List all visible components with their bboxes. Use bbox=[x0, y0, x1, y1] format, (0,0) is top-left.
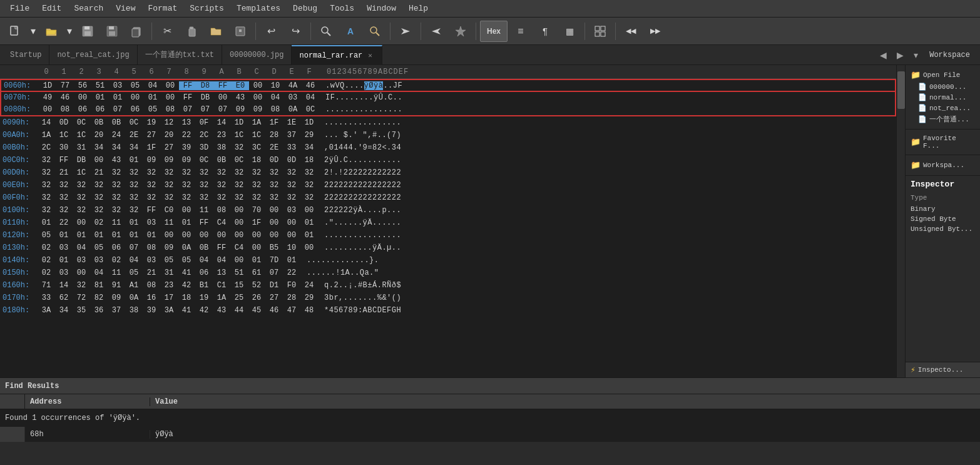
hex-byte[interactable]: 02 bbox=[108, 256, 125, 265]
hex-byte[interactable]: 04 bbox=[90, 268, 108, 277]
hex-byte[interactable]: B1 bbox=[195, 281, 213, 290]
hex-row[interactable]: 0100h:323232323232FFC0001108007000030022… bbox=[0, 204, 896, 217]
hex-byte[interactable]: 38 bbox=[213, 143, 230, 152]
hex-byte[interactable]: 07 bbox=[179, 105, 197, 114]
hex-byte[interactable]: 34 bbox=[125, 143, 143, 152]
export-btn[interactable] bbox=[229, 21, 252, 42]
hex-byte[interactable]: 1E bbox=[283, 118, 300, 127]
hex-byte[interactable]: 03 bbox=[109, 81, 126, 90]
hex-byte[interactable]: 70 bbox=[248, 206, 265, 215]
hex-byte[interactable]: 03 bbox=[143, 256, 160, 265]
hex-row[interactable]: 00D0h:32211C213232323232323232323232322!… bbox=[0, 166, 896, 179]
hex-byte[interactable]: 32 bbox=[300, 193, 318, 202]
hex-byte[interactable]: 04 bbox=[213, 256, 230, 265]
hex-byte[interactable]: 32 bbox=[125, 181, 143, 190]
hex-row[interactable]: 0140h:020103030204030505040400017D01....… bbox=[0, 254, 896, 267]
hex-row[interactable]: 0180h:3A3435363738393A4142434445464748*4… bbox=[0, 304, 896, 317]
hex-byte[interactable]: 13 bbox=[178, 118, 195, 127]
file-item-3[interactable]: 📄 一个普通... bbox=[918, 113, 975, 125]
hex-byte[interactable]: 61 bbox=[248, 268, 265, 277]
hex-byte[interactable]: 01 bbox=[55, 256, 73, 265]
hex-byte[interactable]: 34 bbox=[300, 143, 318, 152]
hex-byte[interactable]: 00 bbox=[74, 93, 91, 102]
hex-byte[interactable]: 32 bbox=[300, 181, 318, 190]
startup-tab[interactable]: Startup bbox=[3, 45, 49, 65]
hex-byte[interactable]: FF bbox=[179, 93, 197, 102]
inspector-bottom[interactable]: ⚡ Inspecto... bbox=[906, 362, 980, 377]
hex-btn[interactable]: Hex bbox=[480, 21, 508, 42]
hex-byte[interactable]: 03 bbox=[73, 256, 90, 265]
hex-byte[interactable]: 00 bbox=[230, 231, 248, 240]
save-as-btn[interactable] bbox=[101, 21, 123, 42]
hex-byte[interactable]: 09 bbox=[178, 156, 195, 165]
copy-btn[interactable] bbox=[125, 21, 148, 42]
hex-byte[interactable]: 32 bbox=[195, 168, 213, 177]
hex-byte[interactable]: 02 bbox=[38, 243, 55, 252]
hex-byte[interactable]: 32 bbox=[108, 168, 125, 177]
hex-byte[interactable]: 32 bbox=[90, 193, 108, 202]
hex-byte[interactable]: 18 bbox=[178, 294, 195, 302]
hex-byte[interactable]: 00 bbox=[283, 231, 300, 240]
hex-byte[interactable]: 11 bbox=[108, 218, 125, 227]
hex-byte[interactable]: 32 bbox=[265, 181, 283, 190]
hex-byte[interactable]: 1F bbox=[248, 218, 265, 227]
hex-byte[interactable]: 01 bbox=[109, 93, 126, 102]
hex-byte[interactable]: 02 bbox=[90, 218, 108, 227]
hex-byte[interactable]: 04 bbox=[144, 81, 161, 90]
vertical-scrollbar[interactable] bbox=[896, 65, 905, 377]
file-item-0[interactable]: 📄 000000... bbox=[918, 81, 975, 92]
hex-byte[interactable]: 32 bbox=[143, 193, 160, 202]
hex-byte[interactable]: 71 bbox=[38, 281, 55, 290]
menu-format[interactable]: Format bbox=[143, 3, 182, 14]
menu-scripts[interactable]: Scripts bbox=[185, 3, 229, 14]
hex-byte[interactable]: 32 bbox=[55, 181, 73, 190]
hex-byte[interactable]: 01 bbox=[300, 218, 318, 227]
hex-byte[interactable]: 32 bbox=[55, 193, 73, 202]
hex-byte[interactable]: 01 bbox=[178, 218, 195, 227]
hex-byte[interactable]: 1C bbox=[55, 131, 73, 140]
hex-byte[interactable]: 1C bbox=[248, 131, 265, 140]
hex-byte[interactable]: 51 bbox=[230, 268, 248, 277]
hex-byte[interactable]: 21 bbox=[143, 268, 160, 277]
hex-byte[interactable]: 1A bbox=[248, 118, 265, 127]
hex-byte[interactable]: 00 bbox=[126, 93, 144, 102]
hex-byte[interactable]: 1C bbox=[73, 168, 90, 177]
hex-byte[interactable]: 0B bbox=[195, 243, 213, 252]
hex-byte[interactable]: FF bbox=[195, 218, 213, 227]
hex-byte[interactable]: 23 bbox=[213, 131, 230, 140]
hex-byte[interactable]: 0D bbox=[55, 118, 73, 127]
hex-byte[interactable]: 0C bbox=[125, 118, 143, 127]
grid-btn[interactable] bbox=[589, 21, 611, 42]
hex-byte[interactable]: 0D bbox=[265, 156, 283, 165]
hex-byte[interactable]: 11 bbox=[108, 268, 125, 277]
hex-byte[interactable]: 43 bbox=[213, 306, 230, 315]
hex-byte[interactable]: 0C bbox=[195, 156, 213, 165]
hex-byte[interactable]: 32 bbox=[178, 168, 195, 177]
hex-byte[interactable]: 32 bbox=[248, 181, 265, 190]
hex-byte[interactable]: B5 bbox=[265, 243, 283, 252]
rar-tab-close[interactable]: ✕ bbox=[366, 51, 374, 60]
hex-byte[interactable]: 32 bbox=[108, 193, 125, 202]
hex-byte[interactable]: 06 bbox=[195, 268, 213, 277]
hex-byte[interactable]: 1A bbox=[38, 131, 55, 140]
hex-byte[interactable]: 08 bbox=[143, 243, 160, 252]
hex-byte[interactable]: 1D bbox=[300, 118, 318, 127]
bookmark-btn[interactable] bbox=[449, 21, 472, 42]
hex-byte[interactable]: 0D bbox=[283, 156, 300, 165]
search2-btn[interactable] bbox=[364, 21, 386, 42]
view1-btn[interactable]: ≡ bbox=[509, 21, 532, 42]
hex-byte[interactable]: 05 bbox=[160, 256, 178, 265]
workspace-folder[interactable]: 📁 Workspa... bbox=[911, 159, 975, 171]
hex-byte[interactable]: 08 bbox=[213, 206, 230, 215]
hex-row[interactable]: 0110h:012200021101031101FFC4001F000001."… bbox=[0, 217, 896, 229]
hex-byte[interactable]: DB bbox=[197, 93, 214, 102]
hex-byte[interactable]: 24 bbox=[108, 131, 125, 140]
hex-byte[interactable]: 08 bbox=[267, 105, 284, 114]
hex-byte[interactable]: 0A bbox=[178, 243, 195, 252]
hex-byte[interactable]: 09 bbox=[143, 156, 160, 165]
hex-byte[interactable]: 32 bbox=[90, 181, 108, 190]
hex-byte[interactable]: 07 bbox=[125, 243, 143, 252]
hex-byte[interactable]: 32 bbox=[73, 281, 90, 290]
hex-byte[interactable]: DB bbox=[73, 156, 90, 165]
hex-byte[interactable]: 01 bbox=[38, 218, 55, 227]
